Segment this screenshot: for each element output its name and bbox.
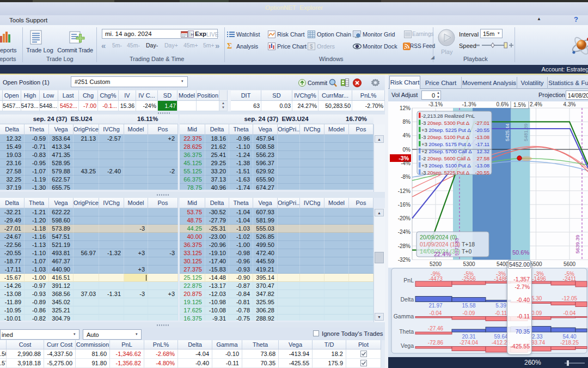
svg-text:Delta: Delta [400,296,414,303]
svg-text:21.97: 21.97 [428,303,442,309]
svg-text:-13.08: -13.08 [475,134,489,140]
svg-text:5600: 5600 [564,261,576,267]
svg-text:-24%: -24% [398,229,411,235]
svg-text:2.4%: 2.4% [530,101,542,107]
svg-text:0.6%: 0.6% [497,101,509,107]
svg-text:-20.55: -20.55 [475,127,489,133]
svg-text:0%: 0% [403,147,411,153]
svg-text:5200: 5200 [430,261,442,267]
svg-text:20.31: 20.31 [462,334,475,340]
svg-text:-2556: -2556 [462,276,476,282]
svg-text:1.5%: 1.5% [513,102,526,108]
svg-text:-1.3%: -1.3% [462,101,476,107]
svg-text:-274.04: -274.04 [460,340,478,346]
svg-text:PnL: PnL [403,277,414,283]
svg-text:-16%: -16% [398,202,411,208]
svg-text:50.6%: 50.6% [512,249,529,256]
svg-text:5481.89: 5481.89 [523,123,529,141]
svg-text:54.40: 54.40 [562,334,576,340]
svg-text:Theta: Theta [399,328,414,335]
svg-text:-3 20sep. 5100 Put Δ: -3 20sep. 5100 Put Δ [421,134,470,140]
svg-text:-0.04: -0.04 [564,310,576,316]
svg-text:-8%: -8% [401,174,411,180]
svg-text:-32%: -32% [398,257,411,263]
svg-text:5425.44: 5425.44 [505,123,510,141]
svg-text:12.32: 12.32 [477,148,490,154]
svg-text:4%: 4% [403,132,411,138]
svg-text:-2411: -2411 [563,276,577,282]
svg-text:5639.39: 5639.39 [574,235,580,254]
svg-text:8%: 8% [403,119,411,125]
svg-text:+2 20sep. 5700 Call Δ: +2 20sep. 5700 Call Δ [421,148,472,154]
svg-text:-4473: -4473 [428,276,443,282]
svg-text:27.58: 27.58 [477,155,490,161]
svg-text:-0.09: -0.09 [463,310,475,316]
svg-text:-12%: -12% [398,188,411,194]
svg-text:59.64: 59.64 [494,334,507,340]
svg-text:+3 20sep. 5175 Put Δ: +3 20sep. 5175 Put Δ [421,141,471,147]
svg-text:Gamma: Gamma [394,313,414,319]
svg-text:-20.55: -20.55 [475,170,489,176]
svg-text:-2,213.28 Realized PnL: -2,213.28 Realized PnL [421,113,475,119]
svg-text:4.3%: 4.3% [564,101,576,107]
svg-text:-12.05: -12.05 [562,295,578,301]
svg-text:20/09/2024 (0): 20/09/2024 (0) [420,234,457,240]
svg-text:-27.46: -27.46 [428,325,444,331]
svg-text:+3 20sep. 5225 Put Δ: +3 20sep. 5225 Put Δ [421,127,471,133]
svg-text:-3 20sep. 5225 Put Δ: -3 20sep. 5225 Put Δ [421,170,470,176]
svg-text:15.58: 15.58 [462,303,475,309]
svg-text:01/09/2024 (19) T+18: 01/09/2024 (19) T+18 [420,241,475,248]
svg-text:-17.11: -17.11 [475,141,489,147]
svg-text:-4%: -4% [401,160,411,166]
svg-text:12%: 12% [400,105,411,111]
svg-text:-3 20sep. 5300 Put Δ: -3 20sep. 5300 Put Δ [421,120,470,126]
svg-text:-3.1%: -3.1% [428,101,443,107]
svg-text:-1496: -1496 [532,276,546,282]
svg-text:-2 20sep. 5600 Call Δ: -2 20sep. 5600 Call Δ [421,155,471,161]
svg-text:-218.25: -218.25 [560,340,579,346]
svg-text:-0.11: -0.11 [495,310,507,316]
svg-text:22.4%: 22.4% [434,251,451,257]
svg-text:Vega: Vega [401,342,414,349]
svg-text:+3 20sep. 5100 Put Δ: +3 20sep. 5100 Put Δ [421,162,471,168]
svg-text:5300: 5300 [463,261,475,267]
svg-text:5271.83: 5271.83 [454,238,460,256]
svg-text:-27.01: -27.01 [475,120,489,126]
svg-text:5.39: 5.39 [495,303,506,309]
svg-text:-28%: -28% [398,243,411,249]
svg-text:-1486: -1486 [494,276,508,282]
svg-text:$: $ [310,44,313,50]
svg-text:-20%: -20% [398,215,411,221]
svg-text:H: H [191,32,194,37]
svg-text:-72.86: -72.86 [428,340,444,346]
svg-text:-13.08: -13.08 [475,162,489,168]
svg-text:-0.04: -0.04 [430,310,442,316]
